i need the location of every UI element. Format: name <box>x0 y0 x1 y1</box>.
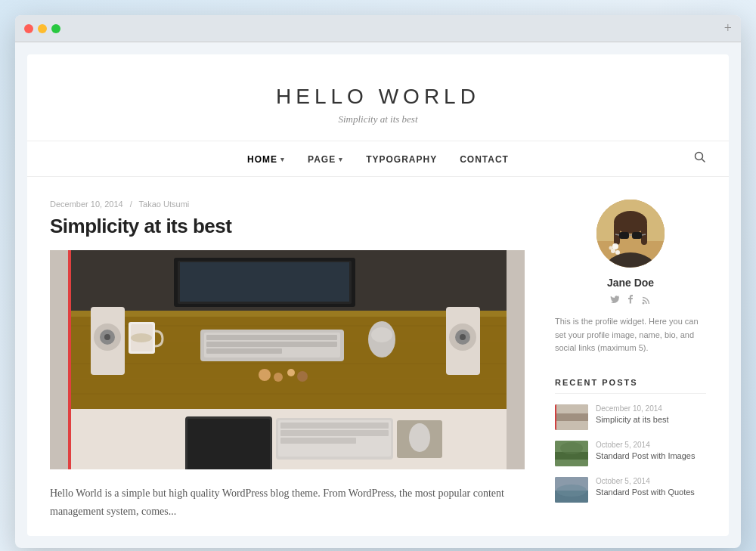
main-layout: December 10, 2014 / Takao Utsumi Simplic… <box>27 177 729 536</box>
sidebar: Jane Doe <box>555 200 706 521</box>
recent-post-title-3: Standard Post with Quotes <box>596 487 706 498</box>
svg-point-31 <box>131 333 152 342</box>
browser-dots <box>24 24 60 33</box>
browser-window: + HELLO WORLD Simplicity at its best HOM… <box>15 15 741 548</box>
svg-rect-18 <box>206 348 282 354</box>
svg-rect-42 <box>280 438 356 444</box>
recent-post-item-3[interactable]: October 5, 2014 Standard Post with Quote… <box>555 477 706 503</box>
svg-line-57 <box>642 234 646 235</box>
svg-line-1 <box>702 159 705 163</box>
recent-post-thumb-1 <box>555 404 588 430</box>
svg-point-34 <box>287 369 295 376</box>
search-icon[interactable] <box>694 151 706 166</box>
svg-line-56 <box>615 234 619 235</box>
svg-rect-37 <box>187 419 270 469</box>
svg-rect-41 <box>280 430 389 436</box>
site-header: HELLO WORLD Simplicity at its best <box>27 54 729 141</box>
svg-point-28 <box>460 334 466 340</box>
nav-link-home[interactable]: HOME ▾ <box>247 154 285 165</box>
svg-point-33 <box>274 373 283 382</box>
recent-posts-title: RECENT POSTS <box>555 378 706 394</box>
nav-item-home[interactable]: HOME ▾ <box>247 152 285 166</box>
post-meta: December 10, 2014 / Takao Utsumi <box>50 200 525 209</box>
svg-point-68 <box>560 442 583 454</box>
svg-rect-16 <box>206 335 337 340</box>
nav-item-typography[interactable]: TYPOGRAPHY <box>366 152 437 166</box>
post-featured-image <box>50 250 525 469</box>
facebook-icon[interactable] <box>626 295 636 308</box>
recent-posts-list: December 10, 2014 Simplicity at its best <box>555 404 706 503</box>
profile-name: Jane Doe <box>555 277 706 289</box>
main-content: December 10, 2014 / Takao Utsumi Simplic… <box>50 200 525 521</box>
svg-point-71 <box>556 484 587 497</box>
site-nav: HOME ▾ PAGE ▾ TYPOGRAPHY <box>27 141 729 177</box>
recent-post-item-2[interactable]: October 5, 2014 Standard Post with Image… <box>555 441 706 466</box>
svg-point-35 <box>297 371 308 382</box>
recent-posts-widget: RECENT POSTS December 10 <box>555 378 706 503</box>
site-title: HELLO WORLD <box>42 85 714 109</box>
svg-rect-4 <box>68 311 507 317</box>
site-tagline: Simplicity at its best <box>42 113 714 125</box>
svg-rect-64 <box>555 413 588 421</box>
svg-point-24 <box>104 334 110 340</box>
chevron-down-icon: ▾ <box>280 156 285 163</box>
svg-rect-51 <box>614 222 620 245</box>
dot-minimize[interactable] <box>38 24 47 33</box>
svg-rect-53 <box>619 232 629 239</box>
svg-rect-17 <box>206 342 337 347</box>
nav-dropdown-home: HOME ▾ <box>247 154 285 165</box>
svg-point-32 <box>259 369 271 381</box>
recent-post-date-1: December 10, 2014 <box>596 404 706 413</box>
meta-separator: / <box>130 200 132 209</box>
nav-link-contact[interactable]: CONTACT <box>460 154 509 165</box>
twitter-icon[interactable] <box>610 295 620 308</box>
svg-rect-54 <box>632 232 642 239</box>
nav-link-page[interactable]: PAGE ▾ <box>308 154 343 165</box>
svg-point-20 <box>371 327 392 342</box>
new-tab-button[interactable]: + <box>724 20 732 36</box>
svg-point-61 <box>609 246 613 250</box>
nav-link-typography[interactable]: TYPOGRAPHY <box>366 154 437 165</box>
svg-rect-65 <box>555 404 556 430</box>
post-author: Takao Utsumi <box>139 200 190 209</box>
recent-post-item-1[interactable]: December 10, 2014 Simplicity at its best <box>555 404 706 430</box>
chevron-down-icon-page: ▾ <box>339 156 343 163</box>
profile-social <box>555 295 706 308</box>
dot-close[interactable] <box>24 24 33 33</box>
recent-post-date-3: October 5, 2014 <box>596 477 706 485</box>
profile-bio: This is the profile widget. Here you can… <box>555 315 706 355</box>
recent-post-info-2: October 5, 2014 Standard Post with Image… <box>596 441 706 462</box>
browser-content: HELLO WORLD Simplicity at its best HOME … <box>27 54 729 536</box>
svg-point-60 <box>615 250 620 255</box>
avatar <box>596 200 665 268</box>
svg-rect-52 <box>641 222 647 245</box>
browser-titlebar: + <box>15 15 741 42</box>
nav-item-contact[interactable]: CONTACT <box>460 152 509 166</box>
recent-post-info-3: October 5, 2014 Standard Post with Quote… <box>596 477 706 498</box>
recent-post-info-1: December 10, 2014 Simplicity at its best <box>596 404 706 426</box>
svg-rect-13 <box>180 262 349 302</box>
post-excerpt: Hello World is a simple but high quality… <box>50 484 525 521</box>
post-title: Simplicity at its best <box>50 215 525 238</box>
svg-point-58 <box>612 243 618 249</box>
recent-post-date-2: October 5, 2014 <box>596 441 706 449</box>
nav-dropdown-page: PAGE ▾ <box>308 154 343 165</box>
nav-items: HOME ▾ PAGE ▾ TYPOGRAPHY <box>247 152 509 166</box>
svg-rect-40 <box>280 423 389 429</box>
nav-item-page[interactable]: PAGE ▾ <box>308 152 343 166</box>
recent-post-title-2: Standard Post with Images <box>596 450 706 462</box>
profile-widget: Jane Doe <box>555 200 706 355</box>
svg-point-62 <box>642 302 644 305</box>
recent-post-thumb-3 <box>555 477 588 503</box>
dot-maximize[interactable] <box>51 24 60 33</box>
svg-point-44 <box>409 423 430 452</box>
svg-rect-45 <box>68 250 71 469</box>
post-date: December 10, 2014 <box>50 200 123 209</box>
recent-post-title-1: Simplicity at its best <box>596 414 706 426</box>
rss-icon[interactable] <box>642 295 652 308</box>
recent-post-thumb-2 <box>555 441 588 466</box>
